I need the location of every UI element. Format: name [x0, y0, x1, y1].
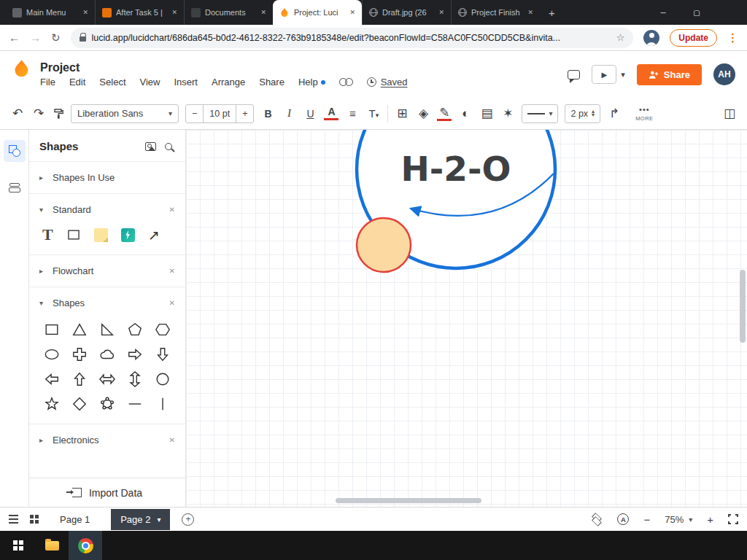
line-weight-control[interactable]: 2 px ▴▾	[565, 104, 600, 123]
chrome-update-button[interactable]: Update	[670, 29, 717, 47]
fullscreen-icon[interactable]	[728, 514, 738, 524]
add-page-button[interactable]: +	[182, 513, 194, 526]
shape-arrow-up-down[interactable]	[127, 371, 143, 387]
text-align-button[interactable]: ≡	[345, 107, 360, 120]
tab-close-icon[interactable]: ✕	[527, 9, 533, 16]
tab-close-icon[interactable]: ✕	[82, 9, 88, 16]
rectangle-shape-tool[interactable]	[66, 228, 81, 242]
menu-share[interactable]: Share	[259, 77, 285, 88]
bookmark-star-icon[interactable]: ☆	[616, 32, 625, 43]
horizontal-scrollbar-thumb[interactable]	[336, 498, 481, 503]
line-color-icon[interactable]: ✎	[437, 106, 452, 121]
sticky-note-tool[interactable]	[94, 228, 108, 242]
window-minimize-button[interactable]: ─	[646, 0, 680, 25]
browser-tab-after-task[interactable]: After Task 5 | ✕	[95, 0, 184, 25]
tab-close-icon[interactable]: ✕	[171, 9, 177, 16]
page-grid-icon[interactable]	[30, 515, 39, 524]
browser-tab-project-finish[interactable]: Project Finish ✕	[451, 0, 540, 25]
smart-shape-tool[interactable]	[121, 228, 135, 242]
browser-tab-main-menu[interactable]: Main Menu ✕	[6, 0, 95, 25]
shape-line[interactable]	[127, 396, 143, 412]
text-style-button[interactable]: T▾	[366, 107, 381, 120]
tab-close-icon[interactable]: ✕	[260, 9, 266, 16]
canvas[interactable]: H-2-O	[186, 130, 747, 507]
browser-tab-project-active[interactable]: Project: Luci ✕	[273, 0, 362, 25]
connector-type-icon[interactable]: ↱	[607, 106, 622, 121]
layers-icon[interactable]	[591, 514, 603, 524]
shape-square[interactable]	[44, 322, 60, 338]
file-explorer-button[interactable]	[35, 531, 69, 560]
new-tab-button[interactable]: +	[540, 7, 564, 19]
section-close-icon[interactable]: ✕	[169, 206, 175, 214]
url-text[interactable]: lucid.app/lucidchart/686da645-b0d2-4612-…	[92, 33, 611, 43]
text-shape-tool[interactable]: T	[42, 227, 53, 243]
section-row-shapes-in-use[interactable]: ▸ Shapes In Use	[29, 162, 185, 193]
undo-button[interactable]: ↶	[10, 106, 25, 121]
zoom-in-button[interactable]: +	[707, 513, 713, 526]
present-control[interactable]: ▶ ▾	[592, 65, 625, 84]
text-color-button[interactable]: A	[324, 106, 338, 120]
window-close-button[interactable]	[713, 0, 747, 25]
profile-avatar-icon[interactable]	[643, 30, 659, 46]
url-box[interactable]: lucid.app/lucidchart/686da645-b0d2-4612-…	[71, 28, 634, 48]
bold-button[interactable]: B	[260, 108, 275, 120]
image-icon[interactable]	[145, 142, 156, 151]
shape-star[interactable]	[44, 396, 60, 412]
menu-view[interactable]: View	[140, 77, 160, 88]
magic-wand-icon[interactable]: ✶	[500, 106, 515, 121]
italic-button[interactable]: I	[282, 107, 296, 120]
browser-tab-draft-jpg[interactable]: Draft.jpg (26 ✕	[362, 0, 451, 25]
page-2-tab[interactable]: Page 2 ▾	[111, 509, 170, 530]
arrow-line-tool[interactable]: ↗	[148, 228, 160, 242]
shape-arrow-left-right[interactable]	[99, 371, 115, 387]
font-family-select[interactable]: Liberation Sans ▾	[71, 104, 179, 123]
menu-help[interactable]: Help	[298, 77, 325, 88]
orange-ellipse-shape[interactable]	[357, 218, 411, 272]
shape-pentagon[interactable]	[127, 322, 143, 338]
menu-edit[interactable]: Edit	[69, 77, 85, 88]
zoom-level-select[interactable]: 75% ▾	[665, 514, 692, 525]
share-button[interactable]: Share	[637, 64, 702, 85]
more-tools-button[interactable]: ••• MORE	[635, 106, 654, 122]
shape-hexagon[interactable]	[155, 322, 171, 338]
tab-close-icon[interactable]: ✕	[438, 9, 444, 16]
tab-close-icon[interactable]: ✕	[349, 9, 355, 16]
shape-arrow-down[interactable]	[155, 346, 171, 362]
user-avatar[interactable]: AH	[713, 63, 735, 85]
line-style-select[interactable]: ▾	[522, 104, 558, 123]
shape-triangle[interactable]	[71, 322, 88, 338]
menu-select[interactable]: Select	[99, 77, 125, 88]
shape-arrow-right[interactable]	[127, 346, 143, 362]
section-row-flowchart[interactable]: ▸ Flowchart ✕	[29, 255, 185, 287]
lucid-logo[interactable]	[12, 58, 31, 78]
shapes-panel-button[interactable]	[4, 140, 26, 162]
present-play-icon[interactable]: ▶	[592, 65, 616, 84]
shape-cross[interactable]	[71, 346, 88, 362]
format-painter-icon[interactable]	[53, 108, 64, 120]
underline-button[interactable]: U	[303, 108, 317, 120]
document-title[interactable]: Project	[40, 61, 408, 74]
page-menu-caret-icon[interactable]: ▾	[157, 516, 160, 524]
reload-button[interactable]: ↻	[51, 31, 61, 44]
browser-tab-documents[interactable]: Documents ✕	[184, 0, 273, 25]
right-panel-toggle-icon[interactable]: ◫	[722, 106, 737, 121]
shape-vertical-line[interactable]	[155, 396, 171, 412]
theme-icon[interactable]: ▤	[479, 106, 494, 121]
font-size-increase[interactable]: +	[236, 105, 253, 122]
section-row-standard[interactable]: ▾ Standard ✕	[29, 194, 185, 225]
back-button[interactable]: ←	[9, 31, 20, 44]
feature-find-icon[interactable]	[339, 78, 353, 86]
shadow-icon[interactable]: ◐	[458, 106, 473, 121]
shape-right-triangle[interactable]	[99, 322, 115, 338]
zoom-out-button[interactable]: −	[643, 513, 650, 526]
present-caret-icon[interactable]: ▾	[621, 70, 625, 79]
shape-arrow-left[interactable]	[44, 371, 60, 387]
chrome-taskbar-button[interactable]	[69, 531, 102, 560]
import-data-button[interactable]: Import Data	[29, 478, 185, 507]
insert-shape-icon[interactable]: ⊞	[395, 106, 409, 121]
vertical-scrollbar-thumb[interactable]	[740, 270, 746, 343]
redo-button[interactable]: ↷	[31, 106, 46, 121]
menu-arrange[interactable]: Arrange	[212, 77, 245, 88]
shape-circle[interactable]	[155, 371, 171, 387]
shape-arrow-up[interactable]	[71, 371, 88, 387]
